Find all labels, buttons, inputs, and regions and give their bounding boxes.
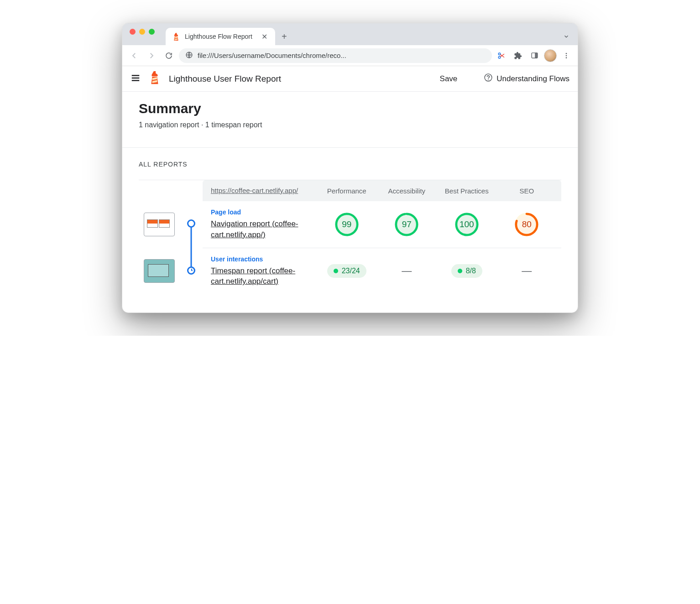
summary-title: Summary [139, 101, 561, 116]
understanding-flows-link[interactable]: Understanding Flows [484, 73, 569, 84]
kebab-menu-icon[interactable] [559, 49, 573, 62]
lighthouse-logo-icon [149, 71, 161, 86]
timeline-cell [180, 248, 203, 295]
titlebar: Lighthouse Flow Report ✕ + [122, 23, 578, 45]
tabs-dropdown-button[interactable] [555, 28, 578, 45]
address-bar[interactable]: file:///Users/username/Documents/chrome/… [179, 48, 492, 63]
table-row: Page load Navigation report (coffee-cart… [203, 201, 561, 248]
timeline-navigation-icon [187, 219, 195, 228]
back-button[interactable] [127, 48, 141, 63]
url-text: file:///Users/username/Documents/chrome/… [198, 52, 346, 59]
thumbnail-cell [139, 201, 180, 248]
timeline-timespan-icon [187, 266, 195, 275]
browser-toolbar: file:///Users/username/Documents/chrome/… [122, 45, 578, 66]
summary-section: Summary 1 navigation report · 1 timespan… [122, 92, 578, 147]
navigation-report-link[interactable]: Navigation report (coffee-cart.netlify.a… [211, 219, 298, 239]
forward-button[interactable] [144, 48, 159, 63]
score-value: 99 [342, 219, 351, 229]
scissors-icon[interactable] [495, 49, 508, 62]
score-best-practices: 8/8 [437, 264, 497, 278]
hamburger-menu-button[interactable] [131, 73, 141, 85]
help-link-label: Understanding Flows [496, 74, 569, 83]
close-window-button[interactable] [130, 29, 136, 35]
tab-title: Lighthouse Flow Report [185, 33, 255, 40]
badge-dot-icon [458, 269, 462, 273]
score-value: 8/8 [466, 267, 476, 275]
browser-window: Lighthouse Flow Report ✕ + file:///Users… [122, 23, 578, 313]
row-category-label: Page load [211, 208, 317, 216]
score-gauge: 80 [514, 212, 539, 237]
badge-dot-icon [334, 269, 338, 273]
window-controls [130, 23, 155, 45]
sidepanel-icon[interactable] [528, 49, 541, 62]
score-accessibility: — [377, 265, 437, 277]
navigation-thumbnail [144, 213, 175, 236]
all-reports-section: ALL REPORTS https://coffee-cart.netlify.… [122, 148, 578, 312]
col-performance: Performance [317, 187, 377, 195]
timespan-thumbnail [144, 259, 175, 283]
profile-avatar[interactable] [544, 49, 557, 62]
reports-table: https://coffee-cart.netlify.app/ Perform… [139, 180, 561, 294]
browser-tab[interactable]: Lighthouse Flow Report ✕ [166, 28, 275, 45]
svg-point-7 [566, 57, 567, 58]
score-seo: — [497, 265, 557, 277]
timeline-cell [180, 201, 203, 248]
page-title: Lighthouse User Flow Report [169, 74, 281, 84]
score-value: 80 [522, 219, 532, 229]
close-tab-button[interactable]: ✕ [260, 32, 269, 41]
score-gauge: 99 [334, 212, 359, 237]
score-seo: 80 [497, 212, 557, 237]
site-info-icon[interactable] [185, 51, 193, 60]
svg-rect-4 [535, 53, 538, 58]
score-best-practices: 100 [437, 212, 497, 237]
col-accessibility: Accessibility [377, 187, 437, 195]
score-value: 100 [460, 219, 474, 229]
new-tab-button[interactable]: + [275, 28, 293, 45]
score-badge: 8/8 [451, 264, 482, 278]
timespan-report-link[interactable]: Timespan report (coffee-cart.netlify.app… [211, 266, 295, 286]
all-reports-title: ALL REPORTS [139, 161, 561, 168]
lighthouse-icon [172, 32, 180, 41]
score-empty: — [522, 265, 532, 277]
origin-url-header: https://coffee-cart.netlify.app/ [207, 187, 317, 195]
svg-point-5 [566, 53, 567, 54]
col-best-practices: Best Practices [437, 187, 497, 195]
score-gauge: 100 [454, 212, 479, 237]
score-performance: 99 [317, 212, 377, 237]
maximize-window-button[interactable] [149, 29, 155, 35]
score-value: 97 [402, 219, 412, 229]
score-empty: — [402, 265, 412, 277]
svg-point-6 [566, 55, 567, 56]
col-seo: SEO [497, 187, 557, 195]
help-icon [484, 73, 493, 84]
reload-button[interactable] [162, 48, 176, 63]
page-header: Lighthouse User Flow Report Save Underst… [122, 66, 578, 92]
row-category-label: User interactions [211, 255, 317, 263]
table-row: User interactions Timespan report (coffe… [203, 248, 561, 295]
origin-url-link[interactable]: https://coffee-cart.netlify.app/ [211, 187, 298, 194]
save-button[interactable]: Save [440, 74, 458, 83]
extensions-icon[interactable] [511, 49, 525, 62]
score-accessibility: 97 [377, 212, 437, 237]
table-header-row: https://coffee-cart.netlify.app/ Perform… [203, 180, 561, 201]
score-gauge: 97 [394, 212, 419, 237]
summary-subtitle: 1 navigation report · 1 timespan report [139, 121, 561, 129]
thumbnail-cell [139, 248, 180, 295]
score-value: 23/24 [342, 267, 360, 275]
score-performance: 23/24 [317, 264, 377, 278]
score-badge: 23/24 [327, 264, 366, 278]
minimize-window-button[interactable] [139, 29, 145, 35]
